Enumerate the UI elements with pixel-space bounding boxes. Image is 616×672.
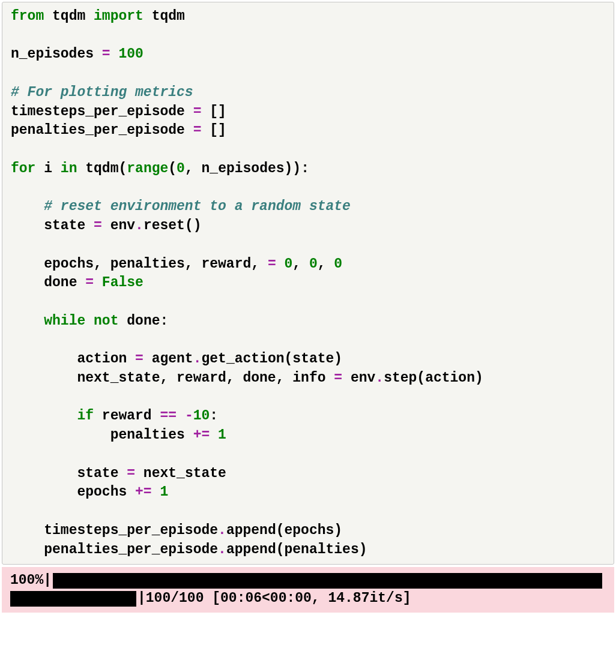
code-token: : xyxy=(210,408,218,424)
progress-bar-segment-2 xyxy=(10,591,136,607)
code-token: in xyxy=(61,161,77,176)
code-token: i xyxy=(35,161,60,176)
code-token: = xyxy=(135,351,143,367)
code-token: , n_episodes)): xyxy=(185,161,309,176)
code-indent xyxy=(11,466,77,481)
code-token: = xyxy=(193,104,202,119)
code-token: , xyxy=(318,256,334,272)
code-indent xyxy=(11,484,77,500)
code-token: epochs, penalties, reward, xyxy=(44,256,268,272)
code-token: 1 xyxy=(218,427,226,443)
code-indent xyxy=(11,218,44,233)
code-indent xyxy=(11,408,77,424)
code-token: range xyxy=(127,161,168,176)
code-token: tqdm( xyxy=(77,161,127,176)
code-token: get_action(state) xyxy=(202,351,343,367)
code-token: env xyxy=(342,370,375,386)
code-token: next_state, reward, done, info xyxy=(77,370,334,386)
code-token: import xyxy=(94,8,143,24)
code-comment: # reset environment to a random state xyxy=(44,199,351,214)
code-token: action xyxy=(77,351,135,367)
code-indent xyxy=(11,542,44,557)
code-token: - xyxy=(185,408,193,424)
code-token: += xyxy=(193,427,210,443)
code-token: += xyxy=(135,484,152,500)
code-token: = xyxy=(94,218,102,233)
code-token: timesteps_per_episode xyxy=(44,523,218,538)
code-token: penalties_per_episode xyxy=(11,122,193,138)
code-token xyxy=(152,484,160,500)
code-token: . xyxy=(218,523,226,538)
code-token xyxy=(94,275,102,290)
code-indent xyxy=(11,256,44,272)
code-token: = xyxy=(85,275,94,290)
code-cell: from tqdm import tqdm n_episodes = 100 #… xyxy=(2,2,614,565)
code-block: from tqdm import tqdm n_episodes = 100 #… xyxy=(11,7,605,559)
code-token: penalties_per_episode xyxy=(44,542,218,557)
code-token: 100 xyxy=(118,46,143,62)
progress-pipe: | xyxy=(137,590,146,608)
progress-pipe: | xyxy=(43,572,52,590)
code-token: = xyxy=(127,466,135,481)
code-token: 1 xyxy=(160,484,168,500)
code-token: step(action) xyxy=(384,370,483,386)
code-token: epochs xyxy=(77,484,135,500)
code-token: . xyxy=(218,542,226,557)
code-token: while xyxy=(44,313,85,329)
progress-row-1: 100%| xyxy=(10,572,606,590)
code-token: state xyxy=(44,218,94,233)
code-token: penalties xyxy=(110,427,193,443)
code-token: [] xyxy=(201,122,226,138)
code-token: done xyxy=(44,275,85,290)
code-token: = xyxy=(334,370,342,386)
code-token: env xyxy=(102,218,135,233)
code-token: if xyxy=(77,408,94,424)
code-indent xyxy=(11,275,44,290)
code-token: done: xyxy=(118,313,168,329)
code-token: not xyxy=(94,313,118,329)
code-comment: # For plotting metrics xyxy=(11,85,193,100)
code-token: [] xyxy=(201,104,226,119)
code-token: = xyxy=(193,122,202,138)
code-token: 0 xyxy=(334,256,342,272)
code-token: . xyxy=(375,370,384,386)
code-token: = xyxy=(102,46,110,62)
code-token: n_episodes xyxy=(11,46,102,62)
code-token: 0 xyxy=(177,161,185,176)
code-token: . xyxy=(135,218,143,233)
code-token: . xyxy=(193,351,202,367)
code-token: ( xyxy=(168,161,177,176)
code-indent xyxy=(11,427,110,443)
code-token xyxy=(85,313,94,329)
code-token: 0 xyxy=(285,256,293,272)
code-token: , xyxy=(292,256,309,272)
code-token: agent xyxy=(143,351,193,367)
code-token xyxy=(110,46,119,62)
code-token: reset() xyxy=(143,218,202,233)
code-token: for xyxy=(11,161,35,176)
code-indent xyxy=(11,199,44,214)
code-token: tqdm xyxy=(44,8,94,24)
code-indent xyxy=(11,370,77,386)
progress-percent: 100% xyxy=(10,572,43,590)
output-cell: 100%| | 100/100 [00:06<00:00, 14.87it/s] xyxy=(2,567,614,613)
code-token: state xyxy=(77,466,127,481)
code-token xyxy=(177,408,185,424)
progress-bar-segment-1 xyxy=(53,573,602,589)
code-token: next_state xyxy=(135,466,226,481)
progress-row-2: | 100/100 [00:06<00:00, 14.87it/s] xyxy=(10,590,606,608)
progress-stats: 100/100 [00:06<00:00, 14.87it/s] xyxy=(146,590,411,608)
code-token: == xyxy=(160,408,177,424)
code-token: 10 xyxy=(193,408,210,424)
code-token: False xyxy=(102,275,143,290)
code-token xyxy=(210,427,218,443)
code-token: append(epochs) xyxy=(226,523,342,538)
code-token: = xyxy=(268,256,276,272)
code-indent xyxy=(11,351,77,367)
code-token: append(penalties) xyxy=(226,542,367,557)
code-token: reward xyxy=(94,408,160,424)
code-indent xyxy=(11,523,44,538)
code-token: from xyxy=(11,8,44,24)
code-token: tqdm xyxy=(143,8,185,24)
code-token: 0 xyxy=(309,256,318,272)
